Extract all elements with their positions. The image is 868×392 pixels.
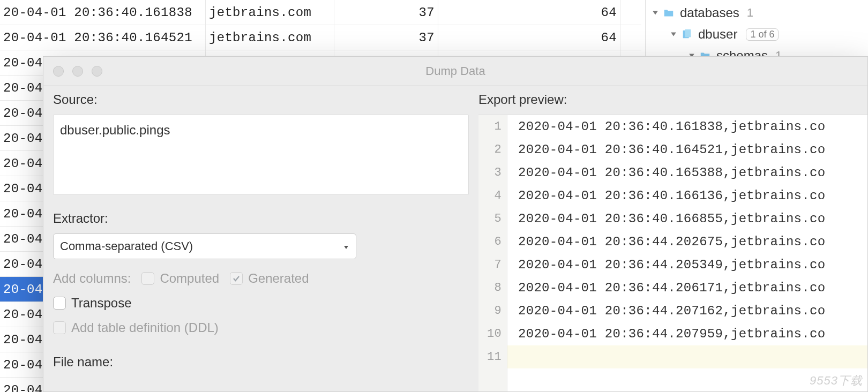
gutter-line-number: 2: [478, 138, 507, 161]
generated-checkbox: [230, 272, 243, 285]
editor-line: 2020-04-01 20:36:40.164521,jetbrains.co: [507, 138, 867, 161]
transpose-row: Transpose: [53, 296, 469, 311]
editor-line: 2020-04-01 20:36:44.202675,jetbrains.co: [507, 230, 867, 253]
source-label: Source:: [53, 92, 469, 107]
watermark: 9553下载: [810, 373, 863, 389]
gutter-line-number: 7: [478, 253, 507, 276]
add-columns-label: Add columns:: [53, 271, 131, 286]
gutter-line-number: 5: [478, 207, 507, 230]
window-controls: [53, 66, 102, 77]
export-preview-pane: Export preview: 1234567891011 2020-04-01…: [478, 86, 867, 391]
editor-line: 2020-04-01 20:36:40.166855,jetbrains.co: [507, 207, 867, 230]
dump-data-dialog: Dump Data Source: dbuser.public.pings Ex…: [43, 56, 868, 392]
generated-label: Generated: [248, 271, 309, 286]
tree-item-databases[interactable]: databases 1: [646, 2, 868, 24]
cell-host: jetbrains.com: [206, 25, 334, 50]
cell-timestamp: 20-04-01 20:36:40.161838: [0, 0, 206, 25]
chevron-down-icon: [343, 239, 349, 253]
add-columns-row: Add columns: Computed Generated: [53, 271, 469, 286]
editor-line: 2020-04-01 20:36:44.206171,jetbrains.co: [507, 276, 867, 299]
extractor-dropdown[interactable]: Comma-separated (CSV): [53, 233, 356, 259]
preview-editor[interactable]: 1234567891011 2020-04-01 20:36:40.161838…: [478, 115, 867, 391]
minimize-icon[interactable]: [72, 66, 83, 77]
svg-rect-1: [685, 29, 691, 37]
cell-value-a: 37: [334, 0, 438, 25]
source-item[interactable]: dbuser.public.pings: [60, 123, 170, 137]
tree-label: dbuser: [698, 27, 737, 42]
computed-label: Computed: [160, 271, 219, 286]
ddl-checkbox: [53, 321, 66, 334]
gutter-line-number: 1: [478, 115, 507, 138]
extractor-label: Extractor:: [53, 211, 469, 226]
editor-line: 2020-04-01 20:36:44.205349,jetbrains.co: [507, 253, 867, 276]
ddl-label: Add table definition (DDL): [71, 320, 219, 335]
dialog-titlebar[interactable]: Dump Data: [43, 57, 867, 86]
chevron-down-icon: [669, 30, 678, 39]
editor-content: 2020-04-01 20:36:40.161838,jetbrains.co2…: [507, 115, 867, 391]
file-name-label: File name:: [53, 355, 469, 370]
cell-value-a: 37: [334, 25, 438, 50]
database-icon: [681, 28, 693, 40]
transpose-checkbox[interactable]: [53, 297, 66, 310]
line-gutter: 1234567891011: [478, 115, 507, 391]
gutter-line-number: 11: [478, 345, 507, 368]
gutter-line-number: 6: [478, 230, 507, 253]
export-options-pane: Source: dbuser.public.pings Extractor: C…: [43, 86, 478, 391]
editor-line: 2020-04-01 20:36:44.207162,jetbrains.co: [507, 299, 867, 322]
ddl-row: Add table definition (DDL): [53, 320, 469, 335]
computed-checkbox: [141, 272, 154, 285]
gutter-line-number: 8: [478, 276, 507, 299]
table-row[interactable]: 20-04-01 20:36:40.164521jetbrains.com376…: [0, 25, 641, 50]
close-icon[interactable]: [53, 66, 64, 77]
editor-line: 2020-04-01 20:36:40.165388,jetbrains.co: [507, 161, 867, 184]
gutter-line-number: 9: [478, 299, 507, 322]
chevron-down-icon: [651, 9, 660, 17]
gutter-line-number: 3: [478, 161, 507, 184]
editor-line: 2020-04-01 20:36:40.161838,jetbrains.co: [507, 115, 867, 138]
gutter-line-number: 10: [478, 322, 507, 345]
cell-host: jetbrains.com: [206, 0, 334, 25]
tree-label: databases: [680, 5, 739, 20]
cell-value-b: 64: [438, 25, 620, 50]
preview-label: Export preview:: [478, 92, 867, 107]
dialog-title: Dump Data: [43, 64, 867, 78]
folder-icon: [663, 7, 675, 19]
editor-line: [507, 345, 867, 368]
editor-line: 2020-04-01 20:36:44.207959,jetbrains.co: [507, 322, 867, 345]
maximize-icon[interactable]: [92, 66, 102, 77]
cell-value-b: 64: [438, 0, 620, 25]
editor-line: 2020-04-01 20:36:40.166136,jetbrains.co: [507, 184, 867, 207]
source-list[interactable]: dbuser.public.pings: [53, 115, 469, 195]
cell-timestamp: 20-04-01 20:36:40.164521: [0, 25, 206, 50]
table-row[interactable]: 20-04-01 20:36:40.161838jetbrains.com376…: [0, 0, 641, 25]
gutter-line-number: 4: [478, 184, 507, 207]
transpose-label: Transpose: [71, 296, 132, 311]
badge: 1 of 6: [746, 28, 779, 41]
tree-item-dbuser[interactable]: dbuser 1 of 6: [646, 24, 868, 45]
tree-count: 1: [747, 6, 753, 20]
dropdown-value: Comma-separated (CSV): [60, 239, 193, 253]
